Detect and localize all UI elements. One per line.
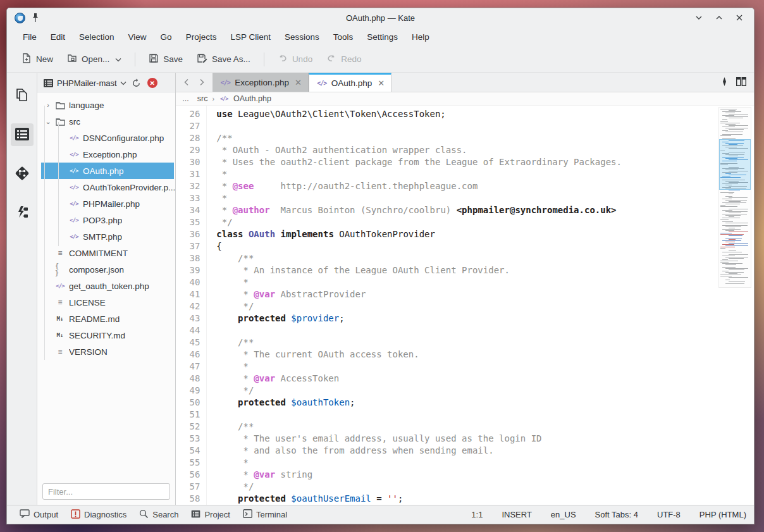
new-button[interactable]: New [16, 49, 59, 69]
quick-open-icon[interactable] [722, 77, 727, 88]
menu-tools[interactable]: Tools [326, 30, 360, 44]
project-panel: PHPMailer-mast ✕ ›language⌄src</>DSNConf… [37, 73, 176, 505]
menu-selection[interactable]: Selection [72, 30, 121, 44]
chevron-down-icon[interactable]: ⌄ [45, 118, 51, 126]
line-number: 39 [176, 264, 200, 276]
statusbar-panel-terminal[interactable]: Terminal [238, 507, 292, 523]
tree-item-oauth-php[interactable]: </>OAuth.php [41, 163, 174, 179]
menu-help[interactable]: Help [405, 30, 436, 44]
maximize-button[interactable] [713, 12, 725, 23]
tree-item-phpmailer-php[interactable]: </>PHPMailer.php [41, 195, 175, 212]
tree-item-get-oauth-token-php[interactable]: </>get_oauth_token.php [41, 278, 175, 294]
statusbar: OutputDiagnosticsSearchProjectTerminal 1… [7, 505, 754, 524]
dictionary[interactable]: en_US [551, 510, 576, 519]
menu-view[interactable]: View [121, 30, 154, 44]
documents-tool[interactable] [11, 84, 34, 107]
breadcrumb-file[interactable]: OAuth.php [233, 94, 271, 103]
input-mode[interactable]: INSERT [502, 510, 531, 519]
menu-lsp-client[interactable]: LSP Client [223, 30, 278, 44]
close-icon[interactable]: ✕ [378, 78, 385, 88]
statusbar-panel-project[interactable]: Project [186, 507, 235, 523]
symbols-tool[interactable] [11, 202, 34, 225]
titlebar: OAuth.php — Kate [7, 8, 754, 27]
open-button[interactable]: Open... [61, 49, 127, 69]
menu-edit[interactable]: Edit [44, 30, 72, 44]
breadcrumb-ellipsis[interactable]: ... [182, 94, 188, 103]
php-file-icon: </> [69, 201, 79, 207]
search-icon [139, 509, 149, 521]
project-selector[interactable]: PHPMailer-mast [57, 78, 126, 88]
tree-item-composer-json[interactable]: { }composer.json [41, 261, 175, 278]
tree-item-oauthtokenprovider-p-[interactable]: </>OAuthTokenProvider.p... [41, 179, 175, 195]
menu-projects[interactable]: Projects [179, 30, 224, 44]
tree-item-readme-md[interactable]: M↓README.md [41, 311, 175, 327]
statusbar-panel-search[interactable]: Search [134, 507, 183, 523]
tab-back-button[interactable] [180, 75, 194, 89]
encoding[interactable]: UTF-8 [657, 510, 681, 519]
tree-item-label: Exception.php [83, 150, 137, 159]
tree-item-language[interactable]: ›language [41, 97, 175, 113]
tab-exception-php[interactable]: </>Exception.php✕ [213, 73, 308, 92]
save-button[interactable]: Save [143, 49, 188, 69]
tree-item-exception-php[interactable]: </>Exception.php [41, 146, 175, 163]
folding-border [206, 106, 215, 505]
project-file-tree: ›language⌄src</>DSNConfigurator.php</>Ex… [37, 93, 175, 479]
tree-item-label: language [69, 101, 104, 110]
tab-mode[interactable]: Soft Tabs: 4 [595, 510, 638, 519]
statusbar-panel-diagnostics[interactable]: Diagnostics [66, 507, 132, 523]
line-numbers: 2627282930313233343536373839404142434445… [176, 106, 206, 505]
tree-item-label: OAuthTokenProvider.p... [83, 183, 175, 192]
line-number: 57 [176, 481, 200, 493]
tree-item-commitment[interactable]: ≡COMMITMENT [41, 245, 175, 261]
menu-settings[interactable]: Settings [360, 30, 405, 44]
tree-item-src[interactable]: ⌄src [41, 113, 175, 130]
statusbar-panel-output[interactable]: Output [15, 507, 63, 523]
php-file-icon: </> [69, 184, 79, 190]
combo-chevron-icon [120, 81, 126, 85]
file-type[interactable]: PHP (HTML) [699, 510, 746, 519]
php-file-icon: </> [69, 217, 79, 223]
tree-item-label: SMTP.php [83, 232, 122, 242]
project-list-icon [15, 127, 30, 143]
code-line [216, 409, 754, 421]
close-icon[interactable]: ✕ [295, 78, 302, 87]
tab-oauth-php[interactable]: </>OAuth.php✕ [309, 73, 391, 92]
menu-file[interactable]: File [16, 30, 44, 44]
line-number: 34 [176, 204, 200, 216]
kate-window: OAuth.php — Kate FileEditSelectionViewGo… [6, 8, 755, 524]
tree-item-smtp-php[interactable]: </>SMTP.php [41, 228, 175, 245]
output-icon [20, 509, 30, 520]
code-line: * @var string [216, 469, 754, 481]
close-project-button[interactable]: ✕ [147, 78, 157, 88]
chevron-right-icon[interactable]: › [45, 101, 51, 109]
code-line: * @see http://oauth2-client.thephpleague… [216, 180, 754, 192]
menu-sessions[interactable]: Sessions [278, 30, 326, 44]
code-area[interactable]: use League\OAuth2\Client\Token\AccessTok… [215, 106, 754, 505]
tab-forward-button[interactable] [195, 75, 209, 89]
tree-item-label: get_oauth_token.php [69, 281, 149, 291]
code-editor[interactable]: 2627282930313233343536373839404142434445… [176, 106, 754, 505]
tree-item-version[interactable]: ≡VERSION [41, 343, 175, 360]
close-button[interactable] [734, 12, 745, 23]
split-view-icon[interactable] [736, 77, 746, 88]
git-tool[interactable] [11, 163, 34, 185]
save-as-button[interactable]: Save As... [191, 49, 256, 69]
breadcrumb-parent[interactable]: src [197, 94, 208, 103]
minimap[interactable] [718, 107, 751, 288]
tree-item-dsnconfigurator-php[interactable]: </>DSNConfigurator.php [41, 130, 175, 146]
minimap-viewport[interactable] [719, 139, 751, 190]
chevron-down-icon[interactable] [115, 54, 121, 64]
php-file-icon: </> [219, 96, 229, 102]
tree-item-pop3-php[interactable]: </>POP3.php [41, 212, 175, 228]
tree-item-label: COMMITMENT [69, 249, 128, 258]
minimize-button[interactable] [693, 12, 705, 23]
menu-go[interactable]: Go [154, 30, 179, 44]
tree-item-security-md[interactable]: M↓SECURITY.md [41, 327, 175, 343]
project-filter-input[interactable] [42, 483, 170, 500]
code-line [216, 325, 754, 337]
projects-tool[interactable] [11, 123, 34, 146]
tree-item-license[interactable]: ≡LICENSE [41, 294, 175, 311]
refresh-project-button[interactable] [132, 78, 141, 88]
cursor-position[interactable]: 1:1 [471, 510, 483, 519]
code-line: * An instance of the League OAuth Client… [216, 264, 754, 276]
